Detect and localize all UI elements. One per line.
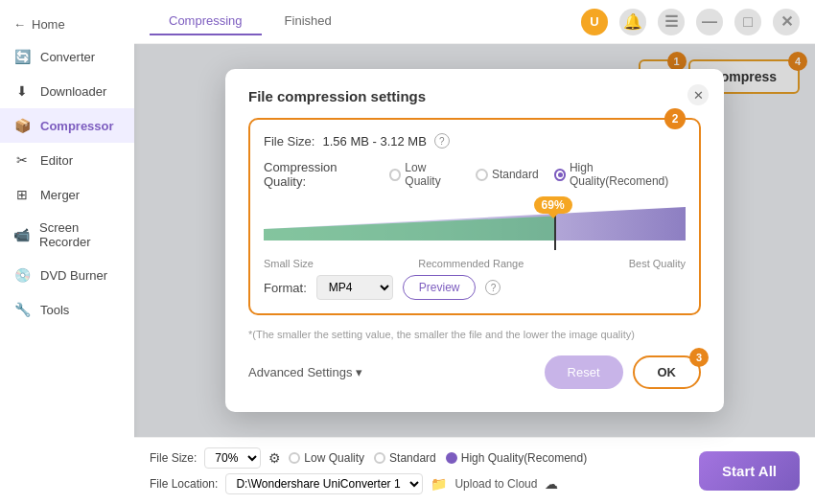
chart-labels: Small Size Recommended Range Best Qualit… bbox=[264, 258, 686, 269]
advanced-settings-label: Advanced Settings bbox=[248, 365, 352, 379]
sidebar-item-screen-recorder[interactable]: 📹 Screen Recorder bbox=[0, 212, 134, 258]
sidebar-label-merger: Merger bbox=[40, 188, 80, 202]
bottom-file-size-row: File Size: 70% ⚙ Low Quality Standard bbox=[150, 447, 587, 469]
sidebar-item-merger[interactable]: ⊞ Merger bbox=[0, 177, 134, 212]
settings-icon[interactable]: ⚙ bbox=[268, 450, 281, 466]
minimize-icon[interactable]: — bbox=[696, 9, 723, 35]
bottom-quality-group: Low Quality Standard High Quality(Recome… bbox=[289, 451, 587, 465]
tools-icon: 🔧 bbox=[13, 301, 31, 318]
quality-high-dot[interactable] bbox=[446, 452, 457, 464]
chart-percentage-balloon: 69% bbox=[534, 196, 572, 214]
menu-icon[interactable]: ☰ bbox=[658, 9, 685, 35]
quality-low-dot[interactable] bbox=[289, 452, 300, 464]
sidebar-item-editor[interactable]: ✂ Editor bbox=[0, 143, 134, 177]
quality-standard-label-bottom: Standard bbox=[389, 451, 436, 465]
modal-action-buttons: Reset OK 3 bbox=[545, 355, 701, 389]
quality-high-label: High Quality(Recomend) bbox=[570, 161, 686, 188]
quality-high-radio[interactable] bbox=[554, 169, 566, 181]
sidebar-item-tools[interactable]: 🔧 Tools bbox=[0, 292, 134, 327]
upload-cloud-label: Upload to Cloud bbox=[454, 477, 537, 491]
format-select[interactable]: MP4 bbox=[316, 275, 393, 300]
tab-finished-label: Finished bbox=[285, 13, 332, 28]
file-size-label: File Size: bbox=[264, 134, 314, 149]
quality-low-label-bottom: Low Quality bbox=[304, 451, 364, 465]
quality-low-radio[interactable] bbox=[389, 169, 401, 181]
tab-compressing-label: Compressing bbox=[169, 13, 243, 28]
bottom-quality-high[interactable]: High Quality(Recomend) bbox=[446, 451, 587, 465]
quality-high-option[interactable]: High Quality(Recomend) bbox=[554, 161, 686, 188]
sidebar-item-downloader[interactable]: ⬇ Downloader bbox=[0, 74, 134, 108]
tab-compressing[interactable]: Compressing bbox=[150, 8, 262, 35]
ok-label: OK bbox=[658, 365, 677, 379]
sidebar-item-dvd-burner[interactable]: 💿 DVD Burner bbox=[0, 258, 134, 292]
preview-help-icon[interactable]: ? bbox=[485, 280, 501, 295]
quality-standard-radio[interactable] bbox=[476, 169, 488, 181]
sidebar-item-compressor[interactable]: 📦 Compressor bbox=[0, 108, 134, 143]
bottom-bar: File Size: 70% ⚙ Low Quality Standard bbox=[134, 437, 815, 504]
back-arrow-icon: ← bbox=[13, 17, 26, 32]
cloud-icon[interactable]: ☁ bbox=[545, 476, 558, 492]
preview-label: Preview bbox=[419, 281, 460, 294]
reset-button[interactable]: Reset bbox=[545, 355, 623, 389]
chart-label-center: Recommended Range bbox=[418, 258, 524, 269]
chart-svg bbox=[264, 202, 686, 241]
compression-quality-row: Compression Quality: Low Quality Standar… bbox=[264, 160, 686, 189]
bottom-file-size-select[interactable]: 70% bbox=[204, 447, 261, 469]
dvd-burner-icon: 💿 bbox=[13, 266, 31, 284]
file-size-value: 1.56 MB - 3.12 MB bbox=[322, 134, 426, 149]
bottom-file-size-label: File Size: bbox=[150, 451, 197, 465]
sidebar-label-screen-recorder: Screen Recorder bbox=[39, 220, 121, 249]
chevron-down-icon: ▾ bbox=[356, 365, 362, 379]
content-area: 📄+ 1 Compress 4 ✕ File compression setti… bbox=[134, 44, 815, 437]
chart-green-area bbox=[264, 217, 554, 241]
screen-recorder-icon: 📹 bbox=[13, 226, 30, 243]
sidebar-back-label: Home bbox=[32, 17, 65, 32]
quality-high-label-bottom: High Quality(Recomend) bbox=[461, 451, 587, 465]
quality-low-label: Low Quality bbox=[405, 161, 460, 188]
sidebar-label-compressor: Compressor bbox=[40, 119, 114, 133]
sidebar-label-converter: Converter bbox=[40, 50, 95, 64]
user-avatar[interactable]: U bbox=[581, 9, 608, 35]
advanced-settings-toggle[interactable]: Advanced Settings ▾ bbox=[248, 365, 362, 379]
file-compression-modal: ✕ File compression settings 2 File Size:… bbox=[225, 69, 724, 412]
converter-icon: 🔄 bbox=[13, 48, 31, 65]
bell-icon[interactable]: 🔔 bbox=[619, 9, 646, 35]
sidebar-label-editor: Editor bbox=[40, 153, 73, 168]
bottom-quality-low[interactable]: Low Quality bbox=[289, 451, 364, 465]
topbar: Compressing Finished U 🔔 ☰ — □ ✕ bbox=[134, 0, 815, 44]
close-icon[interactable]: ✕ bbox=[773, 9, 800, 35]
compression-quality-label: Compression Quality: bbox=[264, 160, 374, 189]
compressor-icon: 📦 bbox=[13, 117, 31, 134]
maximize-icon[interactable]: □ bbox=[734, 9, 761, 35]
merger-icon: ⊞ bbox=[13, 186, 31, 203]
ok-button[interactable]: OK 3 bbox=[633, 355, 702, 389]
quality-low-option[interactable]: Low Quality bbox=[389, 161, 460, 188]
sidebar-item-converter[interactable]: 🔄 Converter bbox=[0, 39, 134, 74]
bottom-quality-standard[interactable]: Standard bbox=[374, 451, 436, 465]
chart-label-left: Small Size bbox=[264, 258, 314, 269]
format-label: Format: bbox=[264, 281, 307, 295]
modal-close-button[interactable]: ✕ bbox=[687, 84, 709, 105]
compression-chart: 69% Small Size Recommended Range Best Qu… bbox=[264, 202, 686, 269]
file-location-select[interactable]: D:\Wondershare UniConverter 1 bbox=[225, 473, 423, 494]
bottom-settings: File Size: 70% ⚙ Low Quality Standard bbox=[150, 447, 587, 494]
sidebar-back-button[interactable]: ← Home bbox=[0, 10, 134, 39]
folder-icon[interactable]: 📁 bbox=[431, 476, 447, 492]
chart-label-right: Best Quality bbox=[629, 258, 686, 269]
file-size-help-icon[interactable]: ? bbox=[434, 133, 450, 149]
file-size-row: File Size: 1.56 MB - 3.12 MB ? bbox=[264, 133, 686, 149]
quality-standard-dot[interactable] bbox=[374, 452, 385, 464]
reset-label: Reset bbox=[568, 365, 600, 379]
sidebar-label-dvd-burner: DVD Burner bbox=[40, 268, 107, 283]
compression-settings-section: 2 File Size: 1.56 MB - 3.12 MB ? Compres… bbox=[248, 118, 701, 315]
start-all-button[interactable]: Start All bbox=[699, 451, 800, 491]
editor-icon: ✂ bbox=[13, 151, 31, 169]
quality-standard-option[interactable]: Standard bbox=[476, 168, 539, 181]
modal-overlay: ✕ File compression settings 2 File Size:… bbox=[134, 44, 815, 437]
hint-text: *(The smaller the setting value, the sma… bbox=[248, 329, 701, 340]
bottom-file-location-row: File Location: D:\Wondershare UniConvert… bbox=[150, 473, 587, 494]
format-row: Format: MP4 Preview ? bbox=[264, 275, 686, 300]
preview-button[interactable]: Preview bbox=[403, 275, 477, 300]
tab-group: Compressing Finished bbox=[150, 8, 351, 35]
tab-finished[interactable]: Finished bbox=[266, 8, 351, 35]
